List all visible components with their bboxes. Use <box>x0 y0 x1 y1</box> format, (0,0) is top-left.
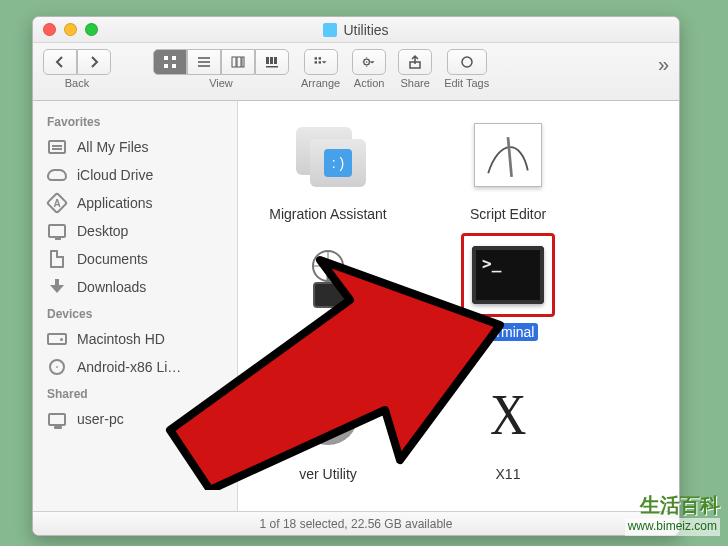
app-label: Terminal <box>478 323 539 341</box>
app-voiceover-utility[interactable]: ver Utility <box>248 371 408 483</box>
view-label: View <box>209 77 233 89</box>
sidebar-item-label: Documents <box>77 251 148 267</box>
svg-rect-5 <box>237 57 241 67</box>
window-title-text: Utilities <box>343 22 388 38</box>
svg-rect-2 <box>164 64 168 68</box>
app-label <box>324 331 332 333</box>
app-label: Migration Assistant <box>265 205 391 223</box>
script-editor-icon <box>464 111 552 199</box>
column-view-button[interactable] <box>221 49 255 75</box>
svg-rect-0 <box>164 56 168 60</box>
svg-rect-9 <box>274 57 277 64</box>
x11-icon: X <box>464 371 552 459</box>
view-buttons-group: View <box>153 49 289 89</box>
svg-rect-8 <box>270 57 273 64</box>
svg-rect-6 <box>242 57 244 67</box>
arrange-group: Arrange <box>301 49 340 89</box>
applications-icon <box>47 194 67 212</box>
edittags-button[interactable] <box>447 49 487 75</box>
back-label: Back <box>65 77 89 89</box>
sidebar-item-icloud[interactable]: iCloud Drive <box>33 161 237 189</box>
action-button[interactable] <box>352 49 386 75</box>
sidebar-item-userpc[interactable]: user-pc <box>33 405 237 433</box>
app-script-editor[interactable]: Script Editor <box>428 111 588 223</box>
sidebar-item-label: Applications <box>77 195 153 211</box>
sidebar-item-documents[interactable]: Documents <box>33 245 237 273</box>
watermark: 生活百科 www.bimeiz.com <box>625 492 720 536</box>
sidebar-section-devices: Devices <box>33 301 237 325</box>
window-body: Favorites All My Files iCloud Drive Appl… <box>33 101 679 511</box>
app-system-information[interactable] <box>248 237 408 341</box>
action-label: Action <box>354 77 385 89</box>
documents-icon <box>47 250 67 268</box>
sidebar-item-label: user-pc <box>77 411 124 427</box>
sidebar-item-androidx86[interactable]: Android-x86 Li… <box>33 353 237 381</box>
watermark-text-cn: 生活百科 <box>625 492 720 518</box>
app-terminal[interactable]: Terminal <box>428 233 588 341</box>
sidebar-item-downloads[interactable]: Downloads <box>33 273 237 301</box>
sidebar-item-label: Android-x86 Li… <box>77 359 181 375</box>
sidebar: Favorites All My Files iCloud Drive Appl… <box>33 101 238 511</box>
icon-grid: : ) Migration Assistant Script Editor <box>238 101 679 493</box>
share-group: Share <box>398 49 432 89</box>
app-label: X11 <box>492 465 525 483</box>
app-label: Script Editor <box>466 205 550 223</box>
svg-point-16 <box>366 61 368 63</box>
svg-rect-11 <box>314 57 316 59</box>
app-x11[interactable]: X X11 <box>428 371 588 483</box>
forward-button[interactable] <box>77 49 111 75</box>
svg-rect-7 <box>266 57 269 64</box>
sidebar-item-applications[interactable]: Applications <box>33 189 237 217</box>
sidebar-item-label: All My Files <box>77 139 149 155</box>
edittags-label: Edit Tags <box>444 77 489 89</box>
sidebar-item-allmyfiles[interactable]: All My Files <box>33 133 237 161</box>
sidebar-item-desktop[interactable]: Desktop <box>33 217 237 245</box>
svg-rect-4 <box>232 57 236 67</box>
toolbar: Back View Arrange Action Share <box>33 43 679 101</box>
share-button[interactable] <box>398 49 432 75</box>
harddisk-icon <box>47 330 67 348</box>
toolbar-overflow-button[interactable]: » <box>658 53 669 76</box>
coverflow-view-button[interactable] <box>255 49 289 75</box>
migration-assistant-icon: : ) <box>284 111 372 199</box>
svg-rect-14 <box>318 61 320 63</box>
nav-buttons-group: Back <box>43 49 111 89</box>
finder-window: Utilities Back View Arrange <box>32 16 680 536</box>
downloads-icon <box>47 278 67 296</box>
app-label: ver Utility <box>295 465 361 483</box>
system-information-icon <box>284 237 372 325</box>
svg-rect-3 <box>172 64 176 68</box>
svg-rect-10 <box>266 66 278 68</box>
sidebar-item-macintoshhd[interactable]: Macintosh HD <box>33 325 237 353</box>
voiceover-utility-icon <box>284 371 372 459</box>
desktop-icon <box>47 222 67 240</box>
list-view-button[interactable] <box>187 49 221 75</box>
cloud-icon <box>47 166 67 184</box>
sidebar-section-favorites: Favorites <box>33 109 237 133</box>
sidebar-item-label: Macintosh HD <box>77 331 165 347</box>
svg-rect-1 <box>172 56 176 60</box>
window-title: Utilities <box>33 22 679 38</box>
status-text: 1 of 18 selected, 22.56 GB available <box>260 517 453 531</box>
annotation-highlight-box <box>461 233 555 317</box>
icon-view-button[interactable] <box>153 49 187 75</box>
share-label: Share <box>400 77 429 89</box>
status-bar: 1 of 18 selected, 22.56 GB available <box>33 511 679 535</box>
action-group: Action <box>352 49 386 89</box>
back-button[interactable] <box>43 49 77 75</box>
content-area[interactable]: : ) Migration Assistant Script Editor <box>238 101 679 511</box>
app-migration-assistant[interactable]: : ) Migration Assistant <box>248 111 408 223</box>
svg-point-18 <box>462 57 472 67</box>
sidebar-section-shared: Shared <box>33 381 237 405</box>
disc-icon <box>47 358 67 376</box>
sidebar-item-label: Desktop <box>77 223 128 239</box>
arrange-button[interactable] <box>304 49 338 75</box>
terminal-icon <box>468 240 548 310</box>
sidebar-item-label: Downloads <box>77 279 146 295</box>
arrange-label: Arrange <box>301 77 340 89</box>
monitor-icon <box>47 410 67 428</box>
sidebar-item-label: iCloud Drive <box>77 167 153 183</box>
svg-rect-12 <box>318 57 320 59</box>
folder-icon <box>323 23 337 37</box>
allfiles-icon <box>47 138 67 156</box>
